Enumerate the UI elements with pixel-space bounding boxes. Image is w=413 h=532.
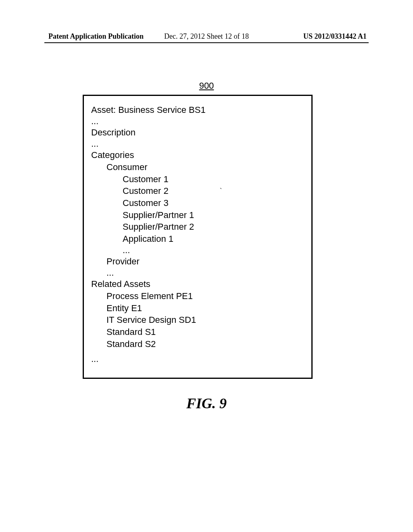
consumer-item: Supplier/Partner 1 xyxy=(91,209,304,221)
related-assets-label: Related Assets xyxy=(91,278,304,290)
consumer-item: Customer 3 xyxy=(91,197,304,209)
figure-number: 900 xyxy=(199,81,214,91)
description-label: Description xyxy=(91,127,304,139)
header-divider xyxy=(44,42,369,43)
stray-mark: ` xyxy=(220,187,222,195)
consumer-label: Consumer xyxy=(91,161,304,173)
consumer-item: Customer 2 xyxy=(91,185,304,197)
provider-label: Provider xyxy=(91,256,304,268)
ellipsis: ... xyxy=(91,116,304,127)
related-asset-item: Standard S1 xyxy=(91,326,304,338)
related-asset-item: Standard S2 xyxy=(91,338,304,350)
ellipsis: ... xyxy=(91,354,304,364)
header-left: Patent Application Publication xyxy=(48,32,144,41)
categories-label: Categories xyxy=(91,149,304,161)
consumer-item: Supplier/Partner 2 xyxy=(91,221,304,233)
ellipsis: ... xyxy=(91,139,304,149)
ellipsis: ... xyxy=(91,245,304,256)
asset-title: Asset: Business Service BS1 xyxy=(91,104,304,116)
spacer xyxy=(91,350,304,354)
related-asset-item: Process Element PE1 xyxy=(91,290,304,302)
page-header: Patent Application Publication Dec. 27, … xyxy=(0,32,413,41)
figure-caption: FIG. 9 xyxy=(186,395,227,412)
header-right: US 2012/0331442 A1 xyxy=(303,32,367,41)
asset-box: Asset: Business Service BS1 ... Descript… xyxy=(83,95,313,379)
related-asset-item: IT Service Design SD1 xyxy=(91,314,304,326)
consumer-item: Application 1 xyxy=(91,233,304,245)
ellipsis: ... xyxy=(91,268,304,278)
related-asset-item: Entity E1 xyxy=(91,302,304,314)
header-center: Dec. 27, 2012 Sheet 12 of 18 xyxy=(164,32,249,41)
consumer-item: Customer 1 xyxy=(91,173,304,185)
